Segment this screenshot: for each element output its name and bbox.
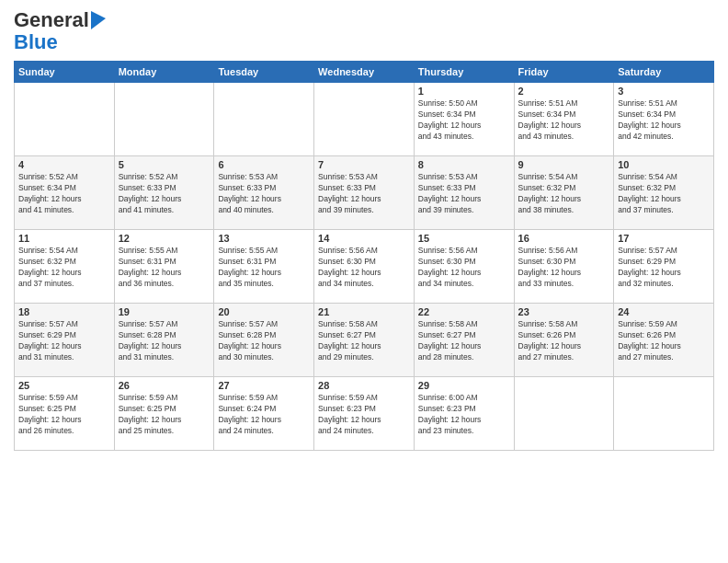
- day-cell: 27Sunrise: 5:59 AMSunset: 6:24 PMDayligh…: [214, 377, 314, 451]
- day-info: Sunrise: 5:54 AMSunset: 6:32 PMDaylight:…: [18, 246, 110, 290]
- day-number: 9: [518, 159, 610, 170]
- day-number: 6: [218, 159, 310, 170]
- logo-text-line2: Blue: [14, 31, 58, 53]
- day-cell: 24Sunrise: 5:59 AMSunset: 6:26 PMDayligh…: [614, 304, 714, 377]
- day-info: Sunrise: 5:59 AMSunset: 6:24 PMDaylight:…: [218, 393, 310, 437]
- day-info: Sunrise: 5:53 AMSunset: 6:33 PMDaylight:…: [218, 172, 310, 216]
- day-number: 29: [418, 380, 510, 391]
- day-info: Sunrise: 5:54 AMSunset: 6:32 PMDaylight:…: [618, 172, 710, 216]
- day-info: Sunrise: 5:58 AMSunset: 6:27 PMDaylight:…: [418, 319, 510, 363]
- day-number: 1: [418, 86, 510, 97]
- header: General Blue: [14, 9, 714, 53]
- day-cell: 4Sunrise: 5:52 AMSunset: 6:34 PMDaylight…: [15, 156, 115, 230]
- day-info: Sunrise: 6:00 AMSunset: 6:23 PMDaylight:…: [418, 393, 510, 437]
- week-row-3: 11Sunrise: 5:54 AMSunset: 6:32 PMDayligh…: [15, 230, 714, 304]
- day-cell: 20Sunrise: 5:57 AMSunset: 6:28 PMDayligh…: [214, 304, 314, 377]
- day-cell: 25Sunrise: 5:59 AMSunset: 6:25 PMDayligh…: [15, 377, 115, 451]
- day-cell: [314, 83, 415, 156]
- day-cell: 12Sunrise: 5:55 AMSunset: 6:31 PMDayligh…: [114, 230, 214, 304]
- day-number: 28: [318, 380, 410, 391]
- day-cell: 16Sunrise: 5:56 AMSunset: 6:30 PMDayligh…: [514, 230, 614, 304]
- day-cell: 1Sunrise: 5:50 AMSunset: 6:34 PMDaylight…: [414, 83, 514, 156]
- day-info: Sunrise: 5:56 AMSunset: 6:30 PMDaylight:…: [318, 246, 410, 290]
- day-info: Sunrise: 5:53 AMSunset: 6:33 PMDaylight:…: [418, 172, 510, 216]
- day-number: 7: [318, 159, 410, 170]
- day-info: Sunrise: 5:58 AMSunset: 6:27 PMDaylight:…: [318, 319, 410, 363]
- day-info: Sunrise: 5:51 AMSunset: 6:34 PMDaylight:…: [518, 98, 610, 143]
- day-number: 23: [518, 306, 610, 317]
- day-cell: 11Sunrise: 5:54 AMSunset: 6:32 PMDayligh…: [15, 230, 115, 304]
- day-number: 2: [518, 86, 610, 97]
- day-cell: 19Sunrise: 5:57 AMSunset: 6:28 PMDayligh…: [114, 304, 214, 377]
- day-cell: 14Sunrise: 5:56 AMSunset: 6:30 PMDayligh…: [314, 230, 415, 304]
- day-info: Sunrise: 5:57 AMSunset: 6:29 PMDaylight:…: [618, 246, 710, 290]
- day-number: 27: [218, 380, 310, 391]
- col-header-wednesday: Wednesday: [314, 62, 415, 83]
- day-cell: 8Sunrise: 5:53 AMSunset: 6:33 PMDaylight…: [414, 156, 514, 230]
- logo-icon: [91, 11, 106, 29]
- day-info: Sunrise: 5:55 AMSunset: 6:31 PMDaylight:…: [119, 246, 210, 290]
- day-number: 14: [318, 233, 410, 244]
- day-number: 5: [119, 159, 210, 170]
- day-info: Sunrise: 5:52 AMSunset: 6:34 PMDaylight:…: [18, 172, 110, 216]
- day-number: 3: [618, 86, 710, 97]
- day-cell: [514, 377, 614, 451]
- week-row-5: 25Sunrise: 5:59 AMSunset: 6:25 PMDayligh…: [15, 377, 714, 451]
- day-info: Sunrise: 5:58 AMSunset: 6:26 PMDaylight:…: [518, 319, 610, 363]
- col-header-saturday: Saturday: [614, 62, 714, 83]
- day-info: Sunrise: 5:59 AMSunset: 6:25 PMDaylight:…: [119, 393, 210, 437]
- day-cell: 5Sunrise: 5:52 AMSunset: 6:33 PMDaylight…: [114, 156, 214, 230]
- day-cell: [114, 83, 214, 156]
- week-row-4: 18Sunrise: 5:57 AMSunset: 6:29 PMDayligh…: [15, 304, 714, 377]
- day-info: Sunrise: 5:56 AMSunset: 6:30 PMDaylight:…: [518, 246, 610, 290]
- day-number: 15: [418, 233, 510, 244]
- day-info: Sunrise: 5:56 AMSunset: 6:30 PMDaylight:…: [418, 246, 510, 290]
- day-info: Sunrise: 5:53 AMSunset: 6:33 PMDaylight:…: [318, 172, 410, 216]
- day-cell: 18Sunrise: 5:57 AMSunset: 6:29 PMDayligh…: [15, 304, 115, 377]
- day-number: 16: [518, 233, 610, 244]
- page: General Blue SundayMondayTuesdayWednesda…: [0, 0, 728, 563]
- day-cell: 23Sunrise: 5:58 AMSunset: 6:26 PMDayligh…: [514, 304, 614, 377]
- day-cell: 10Sunrise: 5:54 AMSunset: 6:32 PMDayligh…: [614, 156, 714, 230]
- day-cell: [15, 83, 115, 156]
- day-number: 21: [318, 306, 410, 317]
- day-cell: [214, 83, 314, 156]
- svg-marker-0: [91, 11, 106, 29]
- day-info: Sunrise: 5:57 AMSunset: 6:28 PMDaylight:…: [218, 319, 310, 363]
- day-info: Sunrise: 5:55 AMSunset: 6:31 PMDaylight:…: [218, 246, 310, 290]
- day-info: Sunrise: 5:57 AMSunset: 6:28 PMDaylight:…: [119, 319, 210, 363]
- day-info: Sunrise: 5:52 AMSunset: 6:33 PMDaylight:…: [119, 172, 210, 216]
- day-cell: 13Sunrise: 5:55 AMSunset: 6:31 PMDayligh…: [214, 230, 314, 304]
- day-cell: 3Sunrise: 5:51 AMSunset: 6:34 PMDaylight…: [614, 83, 714, 156]
- day-info: Sunrise: 5:51 AMSunset: 6:34 PMDaylight:…: [618, 98, 710, 143]
- day-cell: 29Sunrise: 6:00 AMSunset: 6:23 PMDayligh…: [414, 377, 514, 451]
- logo-text-line1: General: [14, 9, 89, 31]
- day-number: 12: [119, 233, 210, 244]
- day-cell: 17Sunrise: 5:57 AMSunset: 6:29 PMDayligh…: [614, 230, 714, 304]
- day-info: Sunrise: 5:59 AMSunset: 6:25 PMDaylight:…: [18, 393, 110, 437]
- day-cell: 22Sunrise: 5:58 AMSunset: 6:27 PMDayligh…: [414, 304, 514, 377]
- day-info: Sunrise: 5:59 AMSunset: 6:23 PMDaylight:…: [318, 393, 410, 437]
- day-cell: [614, 377, 714, 451]
- day-cell: 6Sunrise: 5:53 AMSunset: 6:33 PMDaylight…: [214, 156, 314, 230]
- day-number: 13: [218, 233, 310, 244]
- col-header-monday: Monday: [114, 62, 214, 83]
- day-cell: 9Sunrise: 5:54 AMSunset: 6:32 PMDaylight…: [514, 156, 614, 230]
- day-number: 26: [119, 380, 210, 391]
- week-row-2: 4Sunrise: 5:52 AMSunset: 6:34 PMDaylight…: [15, 156, 714, 230]
- day-number: 20: [218, 306, 310, 317]
- col-header-tuesday: Tuesday: [214, 62, 314, 83]
- col-header-thursday: Thursday: [414, 62, 514, 83]
- day-number: 22: [418, 306, 510, 317]
- day-info: Sunrise: 5:57 AMSunset: 6:29 PMDaylight:…: [18, 319, 110, 363]
- col-header-sunday: Sunday: [15, 62, 115, 83]
- day-cell: 7Sunrise: 5:53 AMSunset: 6:33 PMDaylight…: [314, 156, 415, 230]
- day-number: 25: [18, 380, 110, 391]
- day-number: 24: [618, 306, 710, 317]
- day-cell: 21Sunrise: 5:58 AMSunset: 6:27 PMDayligh…: [314, 304, 415, 377]
- day-number: 17: [618, 233, 710, 244]
- logo: General Blue: [14, 9, 108, 53]
- day-number: 4: [18, 159, 110, 170]
- day-info: Sunrise: 5:50 AMSunset: 6:34 PMDaylight:…: [418, 98, 510, 143]
- day-cell: 2Sunrise: 5:51 AMSunset: 6:34 PMDaylight…: [514, 83, 614, 156]
